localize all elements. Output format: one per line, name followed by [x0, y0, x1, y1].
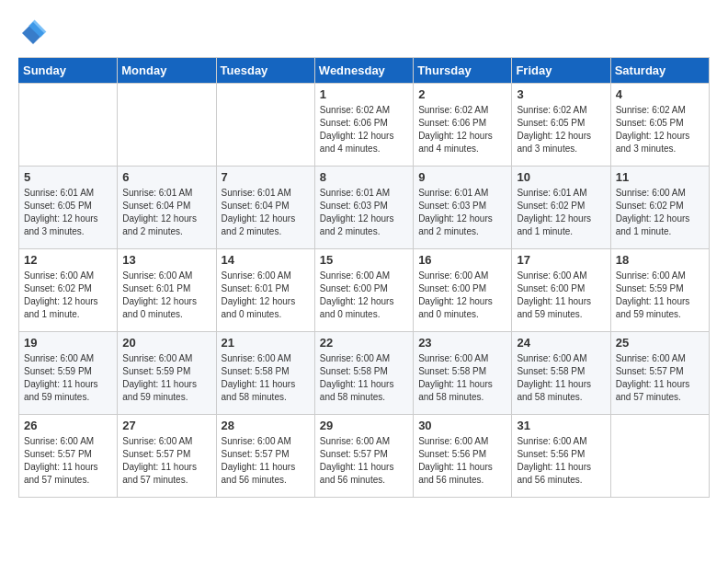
calendar-cell: 26Sunrise: 6:00 AM Sunset: 5:57 PM Dayli…	[19, 415, 118, 498]
day-number: 29	[320, 419, 408, 432]
calendar-cell: 30Sunrise: 6:00 AM Sunset: 5:56 PM Dayli…	[414, 415, 512, 498]
calendar-cell: 15Sunrise: 6:00 AM Sunset: 6:00 PM Dayli…	[314, 249, 413, 332]
day-info: Sunrise: 6:00 AM Sunset: 5:58 PM Dayligh…	[517, 352, 605, 404]
calendar-cell	[118, 84, 216, 167]
day-info: Sunrise: 6:00 AM Sunset: 5:56 PM Dayligh…	[517, 435, 605, 487]
day-info: Sunrise: 6:02 AM Sunset: 6:06 PM Dayligh…	[418, 104, 506, 155]
day-number: 14	[222, 253, 310, 267]
calendar-cell: 31Sunrise: 6:00 AM Sunset: 5:56 PM Dayli…	[512, 415, 610, 498]
day-info: Sunrise: 6:02 AM Sunset: 6:05 PM Dayligh…	[517, 104, 605, 155]
day-info: Sunrise: 6:00 AM Sunset: 5:58 PM Dayligh…	[418, 352, 506, 404]
day-info: Sunrise: 6:00 AM Sunset: 5:57 PM Dayligh…	[24, 435, 112, 487]
day-number: 30	[418, 419, 506, 432]
day-info: Sunrise: 6:01 AM Sunset: 6:03 PM Dayligh…	[320, 187, 408, 238]
day-number: 22	[320, 336, 408, 350]
day-number: 13	[122, 253, 210, 267]
week-row-2: 5Sunrise: 6:01 AM Sunset: 6:05 PM Daylig…	[19, 167, 710, 249]
calendar-cell: 6Sunrise: 6:01 AM Sunset: 6:04 PM Daylig…	[118, 167, 216, 249]
calendar-cell: 1Sunrise: 6:02 AM Sunset: 6:06 PM Daylig…	[314, 84, 413, 167]
week-row-1: 1Sunrise: 6:02 AM Sunset: 6:06 PM Daylig…	[19, 84, 710, 167]
calendar-cell: 22Sunrise: 6:00 AM Sunset: 5:58 PM Dayli…	[314, 332, 413, 415]
day-number: 26	[24, 419, 112, 432]
calendar-cell: 4Sunrise: 6:02 AM Sunset: 6:05 PM Daylig…	[610, 84, 709, 167]
calendar-cell	[610, 415, 709, 498]
day-info: Sunrise: 6:00 AM Sunset: 6:00 PM Dayligh…	[517, 270, 605, 321]
calendar-cell: 23Sunrise: 6:00 AM Sunset: 5:58 PM Dayli…	[414, 332, 512, 415]
day-number: 7	[222, 170, 310, 184]
logo-icon	[18, 18, 48, 48]
day-info: Sunrise: 6:00 AM Sunset: 5:57 PM Dayligh…	[320, 435, 408, 487]
calendar-cell: 12Sunrise: 6:00 AM Sunset: 6:02 PM Dayli…	[19, 249, 118, 332]
calendar-cell: 24Sunrise: 6:00 AM Sunset: 5:58 PM Dayli…	[512, 332, 610, 415]
day-info: Sunrise: 6:00 AM Sunset: 5:59 PM Dayligh…	[122, 352, 210, 404]
day-info: Sunrise: 6:00 AM Sunset: 5:57 PM Dayligh…	[616, 352, 704, 404]
day-info: Sunrise: 6:01 AM Sunset: 6:03 PM Dayligh…	[418, 187, 506, 238]
week-row-4: 19Sunrise: 6:00 AM Sunset: 5:59 PM Dayli…	[19, 332, 710, 415]
week-row-5: 26Sunrise: 6:00 AM Sunset: 5:57 PM Dayli…	[19, 415, 710, 498]
day-number: 2	[418, 87, 506, 101]
calendar-cell: 8Sunrise: 6:01 AM Sunset: 6:03 PM Daylig…	[314, 167, 413, 249]
calendar-table: SundayMondayTuesdayWednesdayThursdayFrid…	[18, 57, 710, 498]
col-header-friday: Friday	[512, 58, 610, 84]
day-number: 21	[222, 336, 310, 350]
day-number: 4	[616, 87, 704, 101]
day-info: Sunrise: 6:00 AM Sunset: 6:02 PM Dayligh…	[616, 187, 704, 238]
day-info: Sunrise: 6:02 AM Sunset: 6:05 PM Dayligh…	[616, 104, 704, 155]
day-number: 12	[24, 253, 112, 267]
calendar-cell: 16Sunrise: 6:00 AM Sunset: 6:00 PM Dayli…	[414, 249, 512, 332]
day-number: 25	[616, 336, 704, 350]
calendar-cell: 29Sunrise: 6:00 AM Sunset: 5:57 PM Dayli…	[314, 415, 413, 498]
calendar-cell	[19, 84, 118, 167]
day-info: Sunrise: 6:00 AM Sunset: 6:02 PM Dayligh…	[24, 270, 112, 321]
header-row: SundayMondayTuesdayWednesdayThursdayFrid…	[19, 58, 710, 84]
day-number: 9	[418, 170, 506, 184]
page-header	[18, 18, 710, 48]
day-number: 28	[222, 419, 310, 432]
day-info: Sunrise: 6:00 AM Sunset: 6:00 PM Dayligh…	[320, 270, 408, 321]
day-number: 16	[418, 253, 506, 267]
day-number: 23	[418, 336, 506, 350]
day-number: 15	[320, 253, 408, 267]
day-number: 3	[517, 87, 605, 101]
day-number: 31	[517, 419, 605, 432]
day-info: Sunrise: 6:00 AM Sunset: 5:59 PM Dayligh…	[24, 352, 112, 404]
calendar-cell: 18Sunrise: 6:00 AM Sunset: 5:59 PM Dayli…	[610, 249, 709, 332]
day-number: 18	[616, 253, 704, 267]
day-number: 11	[616, 170, 704, 184]
calendar-cell: 17Sunrise: 6:00 AM Sunset: 6:00 PM Dayli…	[512, 249, 610, 332]
calendar-cell: 7Sunrise: 6:01 AM Sunset: 6:04 PM Daylig…	[216, 167, 314, 249]
day-info: Sunrise: 6:00 AM Sunset: 5:56 PM Dayligh…	[418, 435, 506, 487]
calendar-cell: 11Sunrise: 6:00 AM Sunset: 6:02 PM Dayli…	[610, 167, 709, 249]
calendar-cell: 14Sunrise: 6:00 AM Sunset: 6:01 PM Dayli…	[216, 249, 314, 332]
day-number: 19	[24, 336, 112, 350]
day-info: Sunrise: 6:00 AM Sunset: 6:01 PM Dayligh…	[222, 270, 310, 321]
calendar-cell: 13Sunrise: 6:00 AM Sunset: 6:01 PM Dayli…	[118, 249, 216, 332]
day-number: 6	[122, 170, 210, 184]
calendar-cell: 27Sunrise: 6:00 AM Sunset: 5:57 PM Dayli…	[118, 415, 216, 498]
col-header-sunday: Sunday	[19, 58, 118, 84]
day-info: Sunrise: 6:00 AM Sunset: 6:00 PM Dayligh…	[418, 270, 506, 321]
calendar-cell: 10Sunrise: 6:01 AM Sunset: 6:02 PM Dayli…	[512, 167, 610, 249]
calendar-cell: 3Sunrise: 6:02 AM Sunset: 6:05 PM Daylig…	[512, 84, 610, 167]
calendar-cell: 9Sunrise: 6:01 AM Sunset: 6:03 PM Daylig…	[414, 167, 512, 249]
col-header-saturday: Saturday	[610, 58, 709, 84]
calendar-cell: 25Sunrise: 6:00 AM Sunset: 5:57 PM Dayli…	[610, 332, 709, 415]
calendar-cell: 28Sunrise: 6:00 AM Sunset: 5:57 PM Dayli…	[216, 415, 314, 498]
day-number: 1	[320, 87, 408, 101]
col-header-thursday: Thursday	[414, 58, 512, 84]
calendar-cell: 5Sunrise: 6:01 AM Sunset: 6:05 PM Daylig…	[19, 167, 118, 249]
day-info: Sunrise: 6:00 AM Sunset: 5:59 PM Dayligh…	[616, 270, 704, 321]
day-number: 8	[320, 170, 408, 184]
day-info: Sunrise: 6:01 AM Sunset: 6:05 PM Dayligh…	[24, 187, 112, 238]
col-header-wednesday: Wednesday	[314, 58, 413, 84]
day-number: 10	[517, 170, 605, 184]
day-number: 24	[517, 336, 605, 350]
day-info: Sunrise: 6:00 AM Sunset: 5:58 PM Dayligh…	[320, 352, 408, 404]
day-info: Sunrise: 6:00 AM Sunset: 6:01 PM Dayligh…	[122, 270, 210, 321]
day-number: 27	[122, 419, 210, 432]
calendar-cell: 21Sunrise: 6:00 AM Sunset: 5:58 PM Dayli…	[216, 332, 314, 415]
week-row-3: 12Sunrise: 6:00 AM Sunset: 6:02 PM Dayli…	[19, 249, 710, 332]
col-header-monday: Monday	[118, 58, 216, 84]
day-info: Sunrise: 6:02 AM Sunset: 6:06 PM Dayligh…	[320, 104, 408, 155]
day-info: Sunrise: 6:01 AM Sunset: 6:02 PM Dayligh…	[517, 187, 605, 238]
